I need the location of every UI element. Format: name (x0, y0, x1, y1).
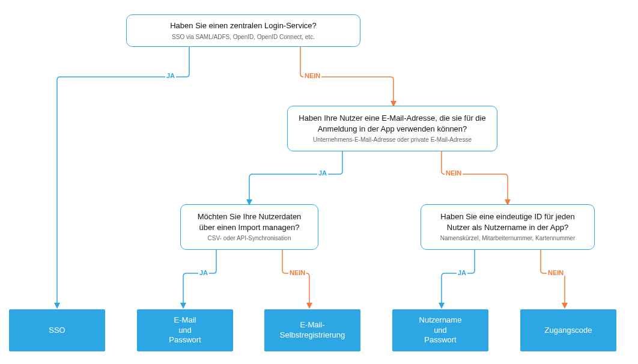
edge-q4-no: NEIN (547, 269, 565, 276)
q1-subtitle: SSO via SAML/ADFS, OpenID, OpenID Connec… (172, 34, 315, 41)
leaf-accesscode: Zugangscode (520, 309, 616, 351)
leaf-email-pw-l2: und (178, 326, 192, 336)
edge-q3-yes: JA (198, 269, 209, 276)
leaf-sso: SSO (9, 309, 105, 351)
q3-subtitle: CSV- oder API-Synchronisation (208, 235, 291, 243)
decision-q4: Haben Sie eine eindeutige ID für jeden N… (421, 204, 595, 250)
edge-q1-no: NEIN (303, 72, 321, 79)
leaf-username-password: Nutzername und Passwort (392, 309, 488, 351)
edge-q4-yes: JA (457, 269, 467, 276)
q2-subtitle: Unternehmens-E-Mail-Adresse oder private… (313, 136, 472, 144)
leaf-email-self-l1: E-Mail- (300, 320, 324, 330)
decision-q3: Möchten Sie Ihre Nutzerdaten über einen … (180, 204, 318, 250)
edge-q2-yes: JA (317, 169, 328, 177)
leaf-email-pw-l3: Passwort (169, 335, 201, 345)
q4-title: Haben Sie eine eindeutige ID für jeden N… (430, 211, 586, 232)
q3-title: Möchten Sie Ihre Nutzerdaten über einen … (189, 211, 309, 232)
leaf-email-pw-l1: E-Mail (174, 315, 196, 326)
leaf-email-self-l2: Selbstregistrierung (280, 330, 345, 341)
leaf-sso-label: SSO (49, 326, 65, 336)
leaf-accesscode-label: Zugangscode (545, 326, 592, 336)
leaf-user-pw-l3: Passwort (424, 335, 456, 345)
q1-title: Haben Sie einen zentralen Login-Service? (170, 20, 317, 31)
decision-q2: Haben Ihre Nutzer eine E-Mail-Adresse, d… (287, 106, 497, 151)
edge-q2-no: NEIN (445, 169, 463, 177)
leaf-email-selfreg: E-Mail- Selbstregistrierung (264, 309, 360, 351)
leaf-email-password: E-Mail und Passwort (137, 309, 233, 351)
decision-q1: Haben Sie einen zentralen Login-Service?… (126, 14, 360, 47)
leaf-user-pw-l2: und (434, 326, 447, 336)
edge-q3-no: NEIN (288, 269, 306, 276)
q2-title: Haben Ihre Nutzer eine E-Mail-Adresse, d… (296, 113, 488, 134)
edge-q1-yes: JA (165, 72, 176, 79)
q4-subtitle: Namenskürzel, Mitarbeiternummer, Kartenn… (440, 235, 576, 243)
leaf-user-pw-l1: Nutzername (419, 315, 462, 326)
